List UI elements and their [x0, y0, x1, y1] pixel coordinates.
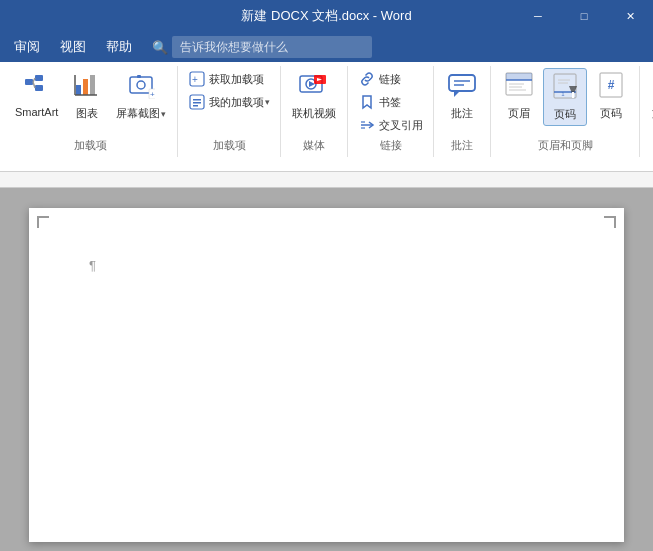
ribbon-group-media: 联机视频 媒体: [281, 66, 348, 157]
document-page[interactable]: ¶: [29, 208, 624, 542]
ribbon-group-comment: 批注 批注: [434, 66, 491, 157]
svg-rect-18: [193, 99, 201, 101]
ribbon: SmartArt 图表: [0, 62, 653, 172]
link-icon: [358, 70, 376, 88]
ribbon-group-textbox: A 文本框 A: [640, 66, 653, 157]
ribbon-group-addons2: + 获取加载项: [178, 66, 281, 157]
smartart-button[interactable]: SmartArt: [10, 68, 63, 121]
svg-text:+: +: [192, 74, 198, 85]
svg-rect-6: [83, 79, 88, 95]
menu-bar: 审阅 视图 帮助 🔍: [0, 32, 653, 62]
search-bar: 🔍: [152, 36, 649, 58]
group-label-addons2: 加载项: [213, 138, 246, 155]
minimize-button[interactable]: ─: [515, 0, 561, 32]
ribbon-group-items2: + 获取加载项: [184, 68, 274, 136]
screenshot-button[interactable]: + 屏幕截图 ▾: [111, 68, 171, 124]
title-bar: 新建 DOCX 文档.docx - Word ─ □ ✕: [0, 0, 653, 32]
my-addon-button[interactable]: 我的加载项 ▾: [184, 91, 274, 113]
header-label: 页眉: [508, 106, 530, 121]
screenshot-icon: +: [127, 71, 155, 105]
paragraph-mark: ¶: [89, 258, 564, 273]
svg-rect-10: [130, 77, 152, 93]
pagenum-button[interactable]: 1 页码: [543, 68, 587, 126]
link-label: 链接: [379, 72, 401, 87]
addon-col: + 获取加载项: [184, 68, 274, 113]
svg-rect-20: [193, 105, 198, 107]
screenshot-label: 屏幕截图: [116, 106, 160, 121]
my-addon-icon: [188, 93, 206, 111]
ribbon-content: SmartArt 图表: [0, 66, 653, 157]
document-area: ¶: [0, 188, 653, 551]
page-corner-topleft: [37, 216, 49, 228]
svg-rect-44: [572, 92, 574, 98]
ribbon-group-addons1: SmartArt 图表: [4, 66, 178, 157]
svg-rect-7: [90, 75, 95, 95]
group-label-links: 链接: [380, 138, 402, 155]
ribbon-group-items: SmartArt 图表: [10, 68, 171, 136]
online-video-label: 联机视频: [292, 106, 336, 121]
comment-button[interactable]: 批注: [440, 68, 484, 124]
get-addon-button[interactable]: + 获取加载项: [184, 68, 274, 90]
ruler: [0, 172, 653, 188]
svg-rect-5: [76, 85, 81, 95]
chart-icon: [73, 71, 101, 105]
smartart-label: SmartArt: [15, 106, 58, 118]
pagenum-label: 页码: [554, 107, 576, 122]
menu-review[interactable]: 审阅: [4, 34, 50, 60]
menu-help[interactable]: 帮助: [96, 34, 142, 60]
svg-line-4: [33, 82, 35, 88]
svg-text:+: +: [150, 90, 155, 99]
get-addon-label: 获取加载项: [209, 72, 264, 87]
group-label-addons1: 加载项: [74, 138, 107, 155]
svg-rect-1: [35, 75, 43, 81]
links-col: 链接 书签: [354, 68, 427, 136]
svg-text:#: #: [608, 78, 615, 92]
group-label-media: 媒体: [303, 138, 325, 155]
svg-rect-29: [449, 75, 475, 91]
maximize-button[interactable]: □: [561, 0, 607, 32]
my-addon-label: 我的加载项: [209, 95, 264, 110]
svg-rect-19: [193, 102, 201, 104]
group-label-comment: 批注: [451, 138, 473, 155]
get-addon-icon: +: [188, 70, 206, 88]
bookmark-icon: [358, 93, 376, 111]
screenshot-arrow: ▾: [161, 109, 166, 119]
search-input[interactable]: [172, 36, 372, 58]
ribbon-group-items7: A 文本框 A: [646, 68, 653, 136]
comment-label: 批注: [451, 106, 473, 121]
textbox-button[interactable]: A 文本框: [646, 68, 653, 124]
search-icon: 🔍: [152, 40, 168, 55]
pagenumber2-button[interactable]: # 页码: [589, 68, 633, 124]
online-video-icon: [298, 71, 330, 105]
crossref-label: 交叉引用: [379, 118, 423, 133]
online-video-button[interactable]: 联机视频: [287, 68, 341, 124]
ribbon-group-items3: 联机视频: [287, 68, 341, 136]
svg-line-3: [33, 78, 35, 82]
crossref-button[interactable]: 交叉引用: [354, 114, 427, 136]
svg-rect-33: [506, 73, 532, 80]
ribbon-group-headerfooter: 页眉 1: [491, 66, 640, 157]
crossref-icon: [358, 116, 376, 134]
smartart-icon: [23, 71, 51, 105]
pagenumber2-label: 页码: [600, 106, 622, 121]
pagenumber2-icon: #: [596, 71, 626, 105]
link-button[interactable]: 链接: [354, 68, 427, 90]
pagenum-icon: 1: [550, 72, 580, 106]
bookmark-button[interactable]: 书签: [354, 91, 427, 113]
bookmark-label: 书签: [379, 95, 401, 110]
my-addon-arrow: ▾: [265, 97, 270, 107]
svg-rect-0: [25, 79, 33, 85]
window-controls: ─ □ ✕: [515, 0, 653, 32]
ribbon-group-items5: 批注: [440, 68, 484, 136]
svg-rect-2: [35, 85, 43, 91]
chart-button[interactable]: 图表: [65, 68, 109, 124]
ribbon-group-items6: 页眉 1: [497, 68, 633, 136]
chart-label: 图表: [76, 106, 98, 121]
svg-rect-12: [137, 75, 141, 78]
close-button[interactable]: ✕: [607, 0, 653, 32]
group-label-headerfooter: 页眉和页脚: [538, 138, 593, 155]
menu-view[interactable]: 视图: [50, 34, 96, 60]
comment-icon: [446, 71, 478, 105]
header-button[interactable]: 页眉: [497, 68, 541, 124]
header-icon: [504, 71, 534, 105]
